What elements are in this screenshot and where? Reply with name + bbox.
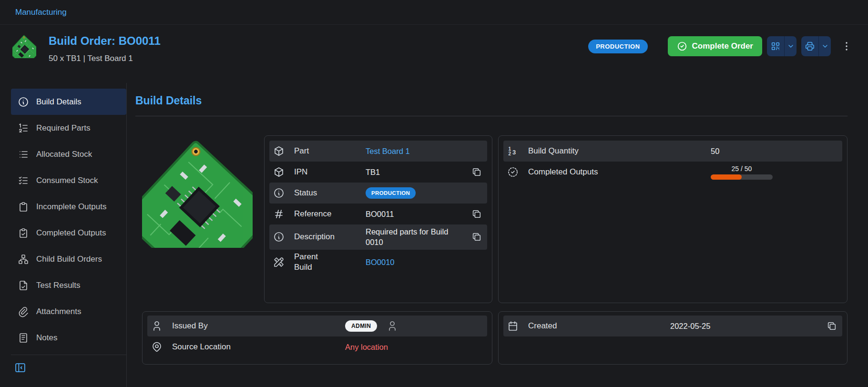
copy-button[interactable] <box>470 207 483 221</box>
clipboard-icon <box>18 201 29 213</box>
issued-by-value: ADMIN <box>345 320 458 332</box>
created-value: 2022-05-25 <box>670 321 813 331</box>
detail-label: Source Location <box>172 342 337 353</box>
sidebar-item-consumed-stock[interactable]: Consumed Stock <box>11 167 126 194</box>
page-title: Build Order: BO0011 <box>49 34 161 48</box>
sidebar-footer <box>11 355 126 376</box>
sidebar-item-allocated-stock[interactable]: Allocated Stock <box>11 141 126 167</box>
chevron-down-icon <box>821 42 829 50</box>
print-button[interactable] <box>801 36 818 56</box>
sidebar-item-label: Build Details <box>36 97 82 107</box>
quantity-panel: Build Quantity 50 Completed Outputs 25 /… <box>498 135 848 303</box>
info-circle-icon <box>273 187 285 199</box>
pcb-thumbnail-image <box>12 34 36 58</box>
sidebar-item-incomplete-outputs[interactable]: Incomplete Outputs <box>11 194 126 220</box>
part-link[interactable]: Test Board 1 <box>366 146 458 156</box>
admin-badge: ADMIN <box>345 320 377 332</box>
list-numbers-icon <box>18 122 29 134</box>
complete-order-button[interactable]: Complete Order <box>668 36 762 56</box>
issue-panel: Issued By ADMIN Source Location Any loca… <box>142 311 492 365</box>
box-icon <box>273 166 285 178</box>
detail-value: 50 <box>711 146 813 156</box>
notes-icon <box>18 332 29 344</box>
calendar-icon <box>507 320 519 332</box>
detail-row-parent-build: Parent Build BO0010 <box>269 250 487 275</box>
copy-icon <box>471 209 482 219</box>
tools-icon <box>273 256 285 268</box>
detail-row-issued-by: Issued By ADMIN <box>147 316 487 336</box>
sitemap-icon <box>18 254 29 265</box>
sidebar-item-build-details[interactable]: Build Details <box>11 89 126 115</box>
breadcrumb-link-manufacturing[interactable]: Manufacturing <box>15 8 67 17</box>
print-dropdown-button[interactable] <box>818 36 831 56</box>
breadcrumb: Manufacturing <box>0 0 868 25</box>
build-details-grid: Part Test Board 1 IPN TB1 Status PRODUCT… <box>142 135 848 365</box>
chevron-down-icon <box>787 42 795 50</box>
copy-icon <box>471 167 482 177</box>
detail-label: Issued By <box>172 321 337 332</box>
heading-divider <box>135 116 848 116</box>
detail-row-reference: Reference BO0011 <box>269 204 487 224</box>
copy-button[interactable] <box>825 319 838 333</box>
detail-value: BO0011 <box>366 209 458 219</box>
dots-vertical-icon <box>841 41 852 52</box>
overflow-menu-button[interactable] <box>840 36 853 56</box>
status-badge: PRODUCTION <box>588 40 647 53</box>
source-location-value: Any location <box>345 342 458 352</box>
sidebar-item-label: Consumed Stock <box>36 176 98 185</box>
detail-label: Part <box>294 146 357 157</box>
completed-outputs-progress-fill <box>711 174 742 180</box>
hash-icon <box>273 208 285 220</box>
user-icon <box>151 320 163 332</box>
print-action-group <box>801 36 831 56</box>
status-badge: PRODUCTION <box>366 187 416 199</box>
page-header: Build Order: BO0011 50 x TB1 | Test Boar… <box>0 25 868 83</box>
detail-row-description: Description Required parts for Build 001… <box>269 224 487 250</box>
build-thumbnail[interactable] <box>12 34 36 58</box>
qr-dropdown-button[interactable] <box>784 36 797 56</box>
sidebar: Build Details Required Parts Allocated S… <box>0 83 127 387</box>
created-panel: Created 2022-05-25 <box>498 311 848 365</box>
collapse-sidebar-button[interactable] <box>12 359 28 376</box>
detail-label: Created <box>528 321 662 332</box>
sidebar-item-attachments[interactable]: Attachments <box>11 298 126 325</box>
parent-build-link[interactable]: BO0010 <box>366 257 458 267</box>
detail-label: Build Quantity <box>528 146 702 157</box>
barcode-action-group <box>767 36 797 56</box>
part-details-panel: Part Test Board 1 IPN TB1 Status PRODUCT… <box>264 135 492 303</box>
detail-label: Description <box>294 232 357 243</box>
detail-label: IPN <box>294 167 357 178</box>
part-image[interactable] <box>142 137 253 248</box>
main-content: Build Details Part Test Board 1 <box>127 83 868 387</box>
paperclip-icon <box>18 306 29 317</box>
sidebar-item-child-build-orders[interactable]: Child Build Orders <box>11 246 126 272</box>
info-circle-icon <box>18 96 29 108</box>
sidebar-item-label: Test Results <box>36 281 81 290</box>
sidebar-item-notes[interactable]: Notes <box>11 325 126 351</box>
section-heading: Build Details <box>135 94 848 107</box>
sidebar-item-required-parts[interactable]: Required Parts <box>11 115 126 141</box>
detail-row-source-location: Source Location Any location <box>147 336 487 357</box>
detail-row-build-quantity: Build Quantity 50 <box>503 141 842 162</box>
pcb-image <box>142 137 253 248</box>
detail-label: Reference <box>294 209 357 220</box>
box-icon <box>273 145 285 157</box>
detail-row-part: Part Test Board 1 <box>269 141 487 162</box>
clipboard-check-icon <box>18 227 29 239</box>
detail-row-created: Created 2022-05-25 <box>503 316 842 336</box>
detail-label: Parent Build <box>294 252 325 274</box>
qr-code-icon <box>770 41 781 51</box>
sidebar-item-label: Required Parts <box>36 123 90 133</box>
detail-value: Required parts for Build 0010 <box>366 226 458 248</box>
report-icon <box>18 280 29 291</box>
copy-button[interactable] <box>470 165 483 179</box>
qr-code-button[interactable] <box>767 36 784 56</box>
copy-icon <box>471 232 482 242</box>
sidebar-item-test-results[interactable]: Test Results <box>11 272 126 298</box>
info-circle-icon <box>273 231 285 243</box>
detail-label: Status <box>294 188 357 199</box>
completed-outputs-progress: 25 / 50 <box>711 165 773 180</box>
copy-button[interactable] <box>470 230 483 244</box>
detail-row-status: Status PRODUCTION <box>269 183 487 204</box>
sidebar-item-completed-outputs[interactable]: Completed Outputs <box>11 220 126 246</box>
